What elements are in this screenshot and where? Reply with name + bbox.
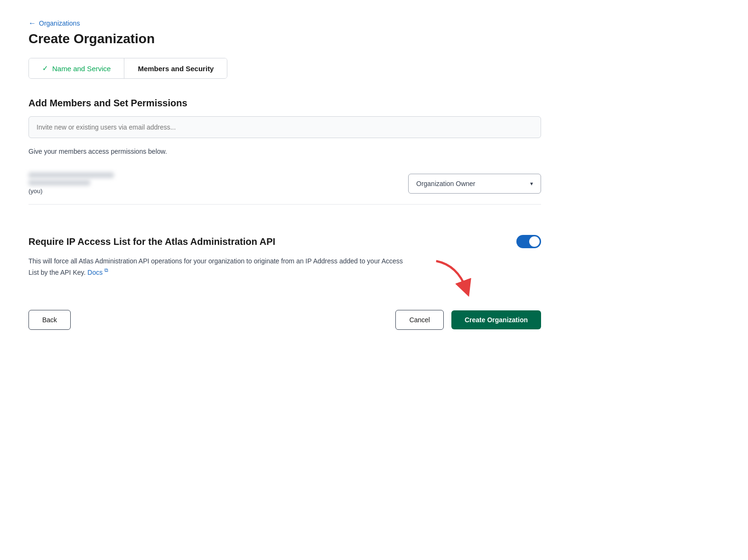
members-section-heading: Add Members and Set Permissions [28, 98, 541, 109]
ip-section-title: Require IP Access List for the Atlas Adm… [28, 236, 275, 247]
blurred-email [28, 180, 90, 186]
annotation-arrow [432, 257, 475, 301]
member-info: (you) [28, 172, 397, 195]
invite-email-input[interactable] [28, 116, 541, 138]
footer-right-actions: Cancel Create Organization [395, 310, 541, 330]
toggle-check-icon: ✓ [534, 239, 538, 245]
role-dropdown[interactable]: Organization Owner ▾ [408, 174, 541, 194]
checkmark-icon: ✓ [42, 64, 48, 73]
tab-name-and-service[interactable]: ✓ Name and Service [29, 58, 124, 78]
create-organization-button[interactable]: Create Organization [451, 310, 541, 329]
chevron-down-icon: ▾ [530, 180, 533, 187]
cancel-button[interactable]: Cancel [395, 310, 444, 330]
ip-section-header: Require IP Access List for the Atlas Adm… [28, 235, 541, 248]
wizard-steps: ✓ Name and Service Members and Security [28, 58, 227, 79]
back-to-organizations-link[interactable]: ← Organizations [28, 19, 80, 28]
member-blurred-identity [28, 172, 397, 186]
blurred-name [28, 172, 114, 178]
tab-members-security-label: Members and Security [138, 65, 214, 73]
page-title: Create Organization [28, 31, 541, 47]
you-label: (you) [28, 187, 397, 195]
ip-access-toggle[interactable]: ✓ [516, 235, 541, 248]
tab-name-service-label: Name and Service [52, 65, 111, 73]
role-label: Organization Owner [416, 180, 476, 187]
back-button[interactable]: Back [28, 310, 71, 330]
back-arrow-icon: ← [28, 19, 36, 28]
docs-link[interactable]: Docs ⧉ [87, 269, 108, 276]
back-link-label: Organizations [39, 19, 80, 27]
permissions-label: Give your members access permissions bel… [28, 148, 541, 155]
ip-description-text: This will force all Atlas Administration… [28, 256, 408, 278]
member-row: (you) Organization Owner ▾ [28, 163, 541, 205]
footer-actions: Back Cancel Create Organization [28, 300, 541, 330]
tab-members-and-security[interactable]: Members and Security [124, 58, 227, 78]
external-link-icon: ⧉ [104, 267, 108, 273]
